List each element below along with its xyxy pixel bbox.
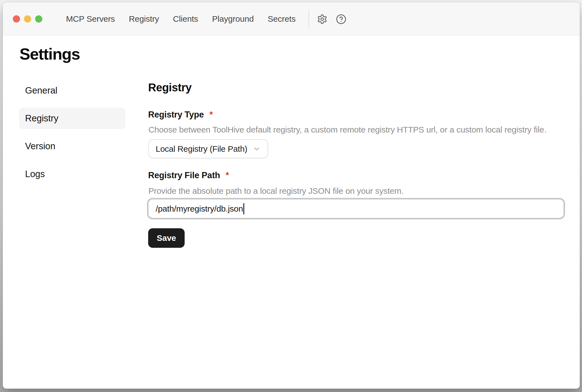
registry-type-selected-value: Local Registry (File Path) [156, 144, 249, 154]
main-nav: MCP Servers Registry Clients Playground … [66, 2, 295, 36]
registry-file-path-label: Registry File Path* [148, 170, 229, 180]
nav-item-registry[interactable]: Registry [129, 14, 159, 24]
page-title: Settings [19, 45, 80, 63]
chevron-down-icon [253, 145, 261, 153]
registry-type-description: Choose between ToolHive default registry… [148, 125, 546, 134]
registry-file-path-description: Provide the absolute path to a local reg… [148, 186, 404, 196]
registry-type-label: Registry Type* [148, 110, 213, 120]
help-circle-icon[interactable] [336, 14, 346, 24]
required-marker: * [209, 110, 213, 119]
registry-file-path-label-text: Registry File Path [148, 170, 220, 180]
app-window: MCP Servers Registry Clients Playground … [3, 2, 580, 389]
close-window-button[interactable] [13, 15, 20, 23]
nav-item-clients[interactable]: Clients [173, 14, 198, 24]
save-button[interactable]: Save [148, 228, 185, 248]
sidebar-item-logs[interactable]: Logs [19, 163, 125, 185]
registry-file-path-input[interactable]: /path/myregistry/db.json [147, 198, 565, 219]
sidebar-item-general[interactable]: General [19, 80, 125, 101]
sidebar-item-registry[interactable]: Registry [19, 108, 125, 129]
registry-type-select[interactable]: Local Registry (File Path) [148, 139, 268, 158]
settings-sidebar: General Registry Version Logs [19, 80, 125, 191]
registry-file-path-value: /path/myregistry/db.json [156, 204, 243, 214]
nav-item-mcp-servers[interactable]: MCP Servers [66, 14, 115, 24]
gear-icon[interactable] [317, 14, 327, 24]
section-title: Registry [148, 81, 192, 94]
zoom-window-button[interactable] [35, 15, 42, 23]
text-caret [243, 203, 244, 214]
registry-type-label-text: Registry Type [148, 110, 204, 119]
nav-item-playground[interactable]: Playground [212, 14, 254, 24]
nav-item-secrets[interactable]: Secrets [268, 14, 295, 24]
titlebar-divider [309, 10, 309, 28]
minimize-window-button[interactable] [24, 15, 31, 23]
sidebar-item-version[interactable]: Version [19, 136, 125, 157]
titlebar: MCP Servers Registry Clients Playground … [3, 2, 580, 36]
required-marker: * [226, 170, 229, 180]
